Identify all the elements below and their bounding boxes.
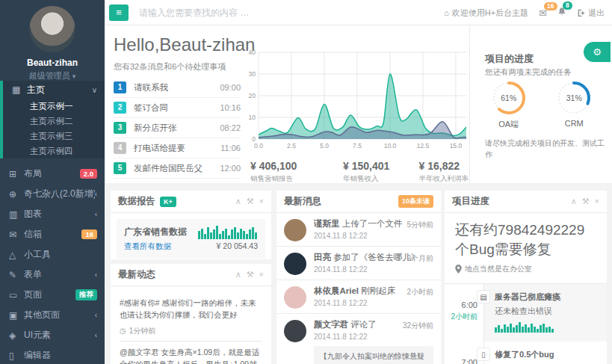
- news-user[interactable]: 田亮: [314, 253, 331, 262]
- close-button[interactable]: ×: [595, 197, 599, 206]
- event-icon: ▤: [477, 290, 490, 303]
- news-item[interactable]: 5分钟前 谨斯里 上传了一个文件 2014.11.8 12:22: [276, 213, 441, 247]
- svg-text:12.5: 12.5: [417, 142, 430, 149]
- todo-item: 1 请联系我 09:00: [114, 78, 241, 98]
- sidebar-item-home[interactable]: ▦ 主页 ∨: [3, 81, 105, 99]
- post-timestamp: ◷ 1分钟前: [120, 326, 262, 336]
- chevron-left-icon: ‹: [95, 271, 97, 279]
- panel-title-bar: 最新动态 ∧ ⚒ ×: [111, 264, 271, 286]
- stat: ¥ 150,401 年销售收入: [343, 160, 419, 184]
- panel-title-bar: 最新消息 10条未读: [276, 191, 441, 213]
- sidebar-item-icon: ▯: [9, 351, 24, 361]
- todo-index-badge: 3: [114, 122, 126, 134]
- avatar: [284, 286, 306, 309]
- latest-news-panel: 最新消息 10条未读 5分钟前 谨斯里 上传了一个文件 2014.11.8 12…: [276, 191, 441, 364]
- sidebar-items: ⊞ 布局 2.0 ⊕ 奇七杂八(2.0新增) ‹ ▥ 图表 ‹: [0, 164, 105, 364]
- sidebar-item-icon: ⊕: [9, 189, 24, 200]
- sidebar-section-home: ▦ 主页 ∨ 主页示例一 主页示例二 主页示例三: [0, 81, 105, 158]
- sidebar-subitem[interactable]: 主页示例二: [3, 114, 105, 129]
- badge: 推荐: [75, 289, 97, 300]
- sidebar-item[interactable]: ⊕ 奇七杂八(2.0新增) ‹: [0, 184, 105, 204]
- news-ago: 2个月前: [407, 253, 433, 264]
- logout-button[interactable]: 退出: [577, 7, 605, 19]
- stat-value: ¥ 16,822: [419, 160, 469, 172]
- page-subtitle: 您有32条消息和6个待处理事项: [114, 61, 226, 73]
- todo-item: 3 新分店开张 08:22: [114, 118, 241, 138]
- profile-name: Beaut-zihan: [0, 58, 105, 68]
- settings-button[interactable]: ⚒: [247, 270, 254, 280]
- close-button[interactable]: ×: [259, 270, 264, 280]
- sidebar-toggle-button[interactable]: ≡: [109, 4, 129, 21]
- news-user[interactable]: 林依晨Ariel: [314, 286, 359, 295]
- sales-area-chart: 0102030400.02.55.07.510.012.515.0: [248, 48, 472, 158]
- todo-item: 4 打电话给提要 11:06: [114, 138, 241, 158]
- bug-headline: 还有约79842492229个Bug需要修复: [455, 220, 596, 259]
- todo-list: 1 请联系我 09:00 2 签订合同 10:16 3 新分店开张 08:22 …: [114, 78, 241, 179]
- svg-text:5.0: 5.0: [320, 142, 329, 149]
- svg-text:30: 30: [249, 70, 256, 78]
- gauge-label: CRM: [548, 119, 600, 128]
- timeline-event: 7:00 3小时前 ▯ 修复了0.5个bug 重启服务: [445, 342, 607, 364]
- todo-index-badge: 2: [114, 102, 126, 114]
- profile-role-dropdown[interactable]: 超级管理员 ▾: [0, 70, 105, 81]
- gauge-label: OA端: [483, 119, 535, 130]
- svg-text:0.0: 0.0: [254, 142, 263, 149]
- stat-value: ¥ 406,100: [250, 160, 343, 172]
- event-time: 7:00: [445, 358, 477, 364]
- sidebar-item[interactable]: ▥ 图表 ‹: [0, 204, 105, 224]
- stat: ¥ 406,100 销售营销报告: [250, 160, 343, 184]
- navbar-right: ⌂ 欢迎使用H+后台主题 ✉ 16 8 退出: [444, 0, 605, 25]
- event-ago: 2小时前: [445, 312, 477, 322]
- sidebar-item[interactable]: ✉ 信箱 16: [0, 224, 105, 244]
- avatar: [284, 219, 306, 241]
- sidebar-item[interactable]: ⊞ 布局 2.0: [0, 164, 105, 184]
- sidebar-item[interactable]: ▯ 编辑器: [0, 345, 105, 364]
- settings-button[interactable]: ⚒: [247, 197, 254, 206]
- sidebar-item-icon: ⊞: [9, 169, 24, 179]
- settings-fab-button[interactable]: ⚙: [584, 42, 611, 62]
- news-item[interactable]: 2小时前 林依晨Ariel 刚刚起床 2014.11.8 12:22: [276, 280, 441, 314]
- sidebar-nav: ▦ 主页 ∨ 主页示例一 主页示例二 主页示例三: [0, 81, 105, 364]
- news-item[interactable]: 2个月前 田亮 参加了《爸爸去哪儿》 2014.11.8 12:22: [276, 247, 441, 280]
- sidebar-item[interactable]: ✎ 表单 ‹: [0, 265, 105, 285]
- news-user[interactable]: 谨斯里: [314, 219, 340, 228]
- news-quote: 【九部令人拍案叫绝的惊悚悬疑剧情佳作】如果你喜欢《迷雾》《致命ID》《电锯惊魂》…: [314, 346, 433, 364]
- sidebar-item[interactable]: ▭ 页面 推荐: [0, 285, 105, 305]
- sidebar-item[interactable]: △ 小工具: [0, 244, 105, 265]
- progress-gauge: 61% OA端: [483, 81, 535, 130]
- todo-item: 2 签订合同 10:16: [114, 98, 241, 118]
- chevron-down-icon: ∨: [92, 86, 97, 94]
- collapse-button[interactable]: ∧: [235, 270, 241, 280]
- sidebar-item[interactable]: ◈ UI元素 ‹: [0, 325, 105, 345]
- report-title: 广东省销售数据: [124, 226, 187, 238]
- gauge-percent: 31%: [548, 93, 600, 102]
- sidebar-item-icon: ✎: [9, 270, 24, 280]
- news-user[interactable]: 颜文字君: [314, 320, 348, 329]
- view-all-data-link[interactable]: 查看所有数据: [124, 241, 187, 252]
- search-input[interactable]: [139, 4, 348, 22]
- location-line: 地点当然是在办公室: [455, 264, 596, 274]
- messages-button[interactable]: ✉ 16: [539, 7, 547, 19]
- notifications-button[interactable]: 8: [557, 7, 566, 19]
- stat-label: 年销售收入: [343, 174, 419, 184]
- news-date: 2014.11.8 12:22: [314, 299, 433, 307]
- collapse-button[interactable]: ∧: [235, 197, 241, 206]
- chevron-left-icon: ‹: [95, 331, 97, 339]
- sidebar-subitem[interactable]: 主页示例四: [3, 144, 105, 158]
- sidebar-item[interactable]: ▣ 其他页面 ‹: [0, 305, 105, 325]
- close-button[interactable]: ×: [259, 197, 264, 206]
- panel-tools: ∧ ⚒ ×: [571, 197, 599, 206]
- svg-text:10: 10: [249, 114, 256, 121]
- news-item[interactable]: 32分钟前 颜文字君 评论了 2014.11.8 12:22 【九部令人拍案叫绝…: [276, 314, 441, 364]
- sign-out-icon: [577, 9, 585, 17]
- profile-avatar[interactable]: [29, 6, 75, 52]
- collapse-button[interactable]: ∧: [571, 197, 577, 206]
- report-summary-box: 广东省销售数据 查看所有数据 ¥ 20 054.43: [117, 219, 265, 259]
- sidebar-subitem[interactable]: 主页示例三: [3, 129, 105, 144]
- news-ago: 2小时前: [407, 287, 433, 297]
- sidebar-subitem[interactable]: 主页示例一: [3, 99, 105, 114]
- stat-value: ¥ 150,401: [343, 160, 419, 172]
- settings-button[interactable]: ⚒: [582, 197, 590, 206]
- todo-time: 10:16: [220, 103, 241, 112]
- event-title: 服务器已彻底瘫痪: [495, 291, 599, 303]
